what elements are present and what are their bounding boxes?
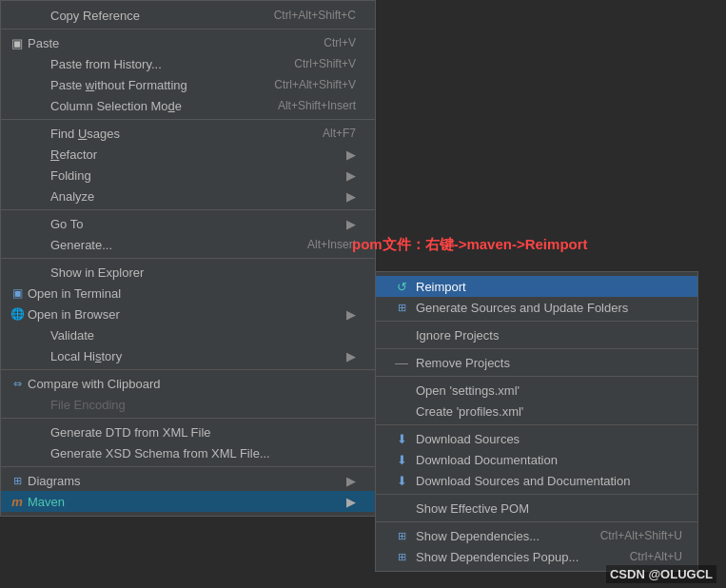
submenu-reimport[interactable]: ↺ Reimport [376, 276, 697, 297]
menu-item-file-encoding[interactable]: File Encoding [1, 394, 375, 415]
show-explorer-label: Show in Explorer [50, 265, 356, 280]
sub-sep-5 [376, 494, 697, 495]
effective-pom-label: Show Effective POM [416, 501, 682, 516]
sub-sep-4 [376, 424, 697, 425]
show-deps-label: Show Dependencies... [416, 529, 600, 543]
diagrams-arrow: ▶ [346, 474, 356, 488]
local-history-arrow: ▶ [346, 349, 356, 363]
diagrams-icon: ⊞ [7, 475, 28, 487]
submenu-download-both[interactable]: ⬇ Download Sources and Documentation [376, 470, 697, 491]
validate-label: Validate [50, 328, 356, 343]
menu-item-validate[interactable]: Validate [1, 324, 375, 345]
submenu-effective-pom[interactable]: Show Effective POM [376, 498, 697, 519]
menu-item-column-select[interactable]: Column Selection Mode Alt+Shift+Insert [1, 95, 375, 116]
annotation-text: pom文件：右键->maven->Reimport [352, 236, 588, 254]
paste-label: Paste [28, 36, 304, 50]
paste-icon: ▣ [7, 36, 28, 50]
menu-item-show-explorer[interactable]: Show in Explorer [1, 262, 375, 283]
submenu-download-sources[interactable]: ⬇ Download Sources [376, 428, 697, 449]
separator-3 [1, 209, 375, 210]
submenu-show-deps[interactable]: ⊞ Show Dependencies... Ctrl+Alt+Shift+U [376, 525, 697, 546]
reimport-label: Reimport [416, 280, 682, 294]
submenu-gen-sources[interactable]: ⊞ Generate Sources and Update Folders [376, 297, 697, 318]
show-deps-shortcut: Ctrl+Alt+Shift+U [600, 529, 682, 542]
goto-arrow: ▶ [346, 217, 356, 231]
gen-sources-label: Generate Sources and Update Folders [416, 301, 682, 315]
compare-clipboard-label: Compare with Clipboard [28, 377, 356, 391]
generate-shortcut: Alt+Insert [307, 238, 356, 251]
column-select-label: Column Selection Mode [50, 99, 259, 113]
menu-item-find-usages[interactable]: Find Usages Alt+F7 [1, 123, 375, 144]
menu-item-local-history[interactable]: Local History ▶ [1, 345, 375, 366]
separator-6 [1, 418, 375, 419]
show-deps-icon: ⊞ [391, 530, 412, 542]
menu-item-diagrams[interactable]: ⊞ Diagrams ▶ [1, 470, 375, 491]
menu-item-maven[interactable]: m Maven ▶ [1, 491, 375, 512]
maven-arrow: ▶ [346, 495, 356, 509]
watermark: CSDN @OLUGCL [606, 565, 716, 583]
menu-item-paste-history[interactable]: Paste from History... Ctrl+Shift+V [1, 53, 375, 74]
show-deps-popup-icon: ⊞ [391, 551, 412, 563]
copy-reference-shortcut: Ctrl+Alt+Shift+C [274, 9, 356, 22]
submenu-show-deps-popup[interactable]: ⊞ Show Dependencies Popup... Ctrl+Alt+U [376, 546, 697, 567]
paste-history-shortcut: Ctrl+Shift+V [294, 57, 356, 70]
gen-sources-icon: ⊞ [391, 302, 412, 314]
menu-item-folding[interactable]: Folding ▶ [1, 165, 375, 186]
sub-sep-2 [376, 348, 697, 349]
separator-4 [1, 258, 375, 259]
download-docs-icon: ⬇ [391, 453, 412, 467]
menu-item-copy-reference[interactable]: Copy Reference Ctrl+Alt+Shift+C [1, 5, 375, 26]
submenu-remove-projects[interactable]: — Remove Projects [376, 352, 697, 373]
show-deps-popup-shortcut: Ctrl+Alt+U [630, 550, 682, 563]
menu-item-gen-dtd[interactable]: Generate DTD from XML File [1, 421, 375, 442]
folding-label: Folding [50, 168, 337, 183]
menu-item-open-terminal[interactable]: ▣ Open in Terminal [1, 283, 375, 304]
menu-item-analyze[interactable]: Analyze ▶ [1, 186, 375, 206]
maven-label: Maven [28, 495, 337, 509]
ignore-projects-label: Ignore Projects [416, 328, 682, 343]
menu-item-refactor[interactable]: Refactor ▶ [1, 144, 375, 165]
show-deps-popup-label: Show Dependencies Popup... [416, 550, 630, 564]
analyze-arrow: ▶ [346, 189, 356, 204]
find-usages-label: Find Usages [50, 127, 304, 141]
analyze-label: Analyze [50, 189, 337, 204]
reimport-icon: ↺ [391, 280, 412, 294]
file-encoding-label: File Encoding [50, 398, 356, 412]
menu-item-generate[interactable]: Generate... Alt+Insert [1, 234, 375, 255]
context-menu: Copy Reference Ctrl+Alt+Shift+C ▣ Paste … [0, 0, 376, 517]
submenu-download-docs[interactable]: ⬇ Download Documentation [376, 449, 697, 470]
menu-item-open-browser[interactable]: 🌐 Open in Browser ▶ [1, 304, 375, 324]
separator-2 [1, 119, 375, 120]
menu-item-paste[interactable]: ▣ Paste Ctrl+V [1, 32, 375, 53]
submenu-ignore-projects[interactable]: Ignore Projects [376, 324, 697, 345]
gen-xsd-label: Generate XSD Schema from XML File... [50, 446, 356, 461]
open-terminal-label: Open in Terminal [28, 286, 356, 301]
download-both-icon: ⬇ [391, 474, 412, 488]
find-usages-shortcut: Alt+F7 [323, 127, 356, 140]
folding-arrow: ▶ [346, 168, 356, 183]
open-browser-icon: 🌐 [7, 307, 28, 321]
separator-5 [1, 369, 375, 370]
download-docs-label: Download Documentation [416, 453, 682, 467]
paste-no-format-label: Paste without Formatting [50, 78, 255, 92]
separator-1 [1, 29, 375, 29]
diagrams-label: Diagrams [28, 474, 337, 488]
menu-item-gen-xsd[interactable]: Generate XSD Schema from XML File... [1, 442, 375, 463]
copy-reference-label: Copy Reference [50, 9, 255, 23]
menu-item-goto[interactable]: Go To ▶ [1, 213, 375, 234]
download-both-label: Download Sources and Documentation [416, 474, 682, 488]
paste-no-format-shortcut: Ctrl+Alt+Shift+V [274, 78, 356, 91]
open-browser-label: Open in Browser [28, 307, 337, 322]
sub-sep-1 [376, 321, 697, 322]
gen-dtd-label: Generate DTD from XML File [50, 425, 356, 440]
maven-submenu: ↺ Reimport ⊞ Generate Sources and Update… [375, 271, 698, 572]
submenu-open-settings[interactable]: Open 'settings.xml' [376, 380, 697, 401]
submenu-create-profiles[interactable]: Create 'profiles.xml' [376, 401, 697, 421]
goto-label: Go To [50, 217, 337, 231]
open-browser-arrow: ▶ [346, 307, 356, 322]
menu-item-compare-clipboard[interactable]: ⇔ Compare with Clipboard [1, 373, 375, 394]
create-profiles-label: Create 'profiles.xml' [416, 404, 682, 419]
open-settings-label: Open 'settings.xml' [416, 383, 682, 398]
refactor-label: Refactor [50, 147, 337, 162]
menu-item-paste-no-format[interactable]: Paste without Formatting Ctrl+Alt+Shift+… [1, 74, 375, 95]
